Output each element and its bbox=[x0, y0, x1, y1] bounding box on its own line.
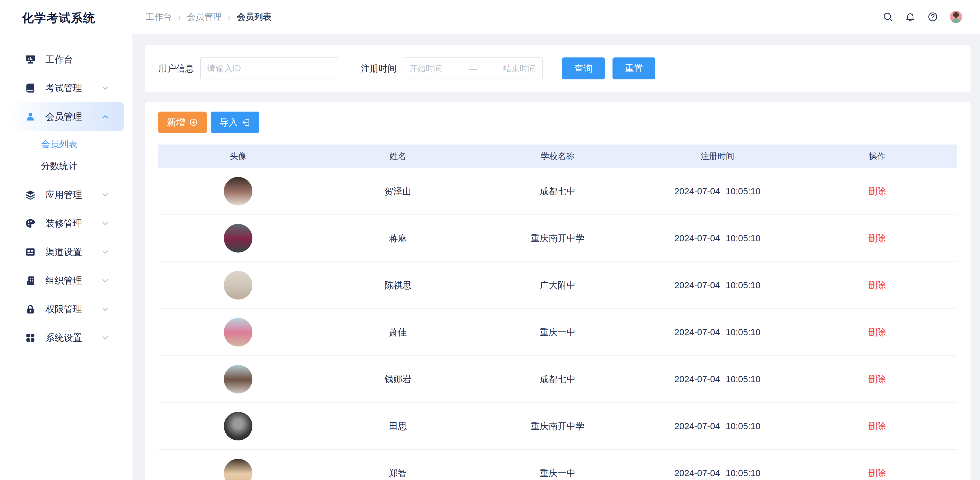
avatar-cell bbox=[158, 365, 318, 394]
building-icon bbox=[25, 275, 36, 286]
delete-link[interactable]: 删除 bbox=[868, 185, 886, 197]
table-row: 陈祺思广大附中2024-07-0410:05:10删除 bbox=[158, 262, 957, 309]
reset-button[interactable]: 重置 bbox=[612, 57, 655, 80]
register-date: 2024-07-04 bbox=[674, 233, 720, 243]
register-clock: 10:05:10 bbox=[725, 468, 760, 478]
end-time-input[interactable] bbox=[480, 64, 536, 73]
channel-icon bbox=[25, 247, 36, 257]
sidebar-item-label: 组织管理 bbox=[45, 274, 82, 287]
register-clock: 10:05:10 bbox=[725, 233, 760, 243]
chevron-down-icon bbox=[101, 248, 110, 256]
register-time-cell: 2024-07-0410:05:10 bbox=[638, 186, 797, 196]
sidebar-item-6[interactable]: 渠道设置 bbox=[0, 238, 132, 266]
add-button[interactable]: 新增 bbox=[158, 112, 207, 133]
register-clock: 10:05:10 bbox=[725, 280, 760, 290]
chevron-up-icon bbox=[101, 112, 110, 121]
table-header-cell: 学校名称 bbox=[478, 151, 638, 162]
avatar-cell bbox=[158, 318, 318, 346]
import-button[interactable]: 导入 bbox=[211, 112, 259, 133]
member-avatar bbox=[224, 412, 252, 440]
chevron-down-icon bbox=[101, 219, 110, 228]
delete-link[interactable]: 删除 bbox=[868, 467, 886, 479]
bell-icon[interactable] bbox=[905, 11, 916, 22]
layers-icon bbox=[25, 190, 36, 200]
range-separator: — bbox=[465, 64, 480, 73]
actions-cell: 删除 bbox=[797, 279, 957, 291]
name-cell: 田思 bbox=[318, 420, 478, 432]
sidebar-item-4[interactable]: 应用管理 bbox=[0, 180, 132, 209]
delete-link[interactable]: 删除 bbox=[868, 279, 886, 291]
table-actions: 新增 导入 bbox=[158, 112, 957, 133]
sidebar-subitem-1[interactable]: 会员列表 bbox=[0, 133, 132, 155]
chevron-down-icon bbox=[101, 276, 110, 285]
sidebar-subitem-2[interactable]: 分数统计 bbox=[0, 155, 132, 177]
filter-card: 用户信息 注册时间 — 查询 重置 bbox=[145, 45, 970, 92]
start-time-input[interactable] bbox=[409, 64, 465, 73]
member-table-card: 新增 导入 头像姓名学校名称注册时间操作 贺泽山成都七中2024-07-0410… bbox=[145, 102, 970, 480]
query-button[interactable]: 查询 bbox=[562, 57, 605, 80]
chevron-down-icon bbox=[101, 190, 110, 199]
topbar-actions bbox=[883, 11, 962, 23]
school-cell: 重庆南开中学 bbox=[478, 420, 638, 432]
sidebar-item-label: 考试管理 bbox=[45, 82, 82, 94]
user-avatar[interactable] bbox=[950, 11, 962, 23]
register-clock: 10:05:10 bbox=[725, 421, 760, 431]
user-icon bbox=[25, 111, 36, 122]
sidebar-item-label: 工作台 bbox=[45, 53, 73, 66]
grid-icon bbox=[25, 332, 36, 343]
table-header-cell: 姓名 bbox=[318, 151, 478, 162]
table-row: 贺泽山成都七中2024-07-0410:05:10删除 bbox=[158, 168, 957, 215]
breadcrumb-item-1[interactable]: 工作台 bbox=[146, 11, 172, 23]
delete-link[interactable]: 删除 bbox=[868, 420, 886, 432]
register-time-cell: 2024-07-0410:05:10 bbox=[638, 421, 797, 431]
avatar-cell bbox=[158, 412, 318, 440]
sidebar-item-7[interactable]: 组织管理 bbox=[0, 266, 132, 295]
sidebar-item-label: 渠道设置 bbox=[45, 246, 82, 258]
sidebar-item-9[interactable]: 系统设置 bbox=[0, 324, 132, 352]
name-cell: 钱娜岩 bbox=[318, 373, 478, 385]
chevron-down-icon bbox=[101, 305, 110, 314]
table-row: 萧佳重庆一中2024-07-0410:05:10删除 bbox=[158, 309, 957, 356]
member-avatar bbox=[224, 365, 252, 394]
sidebar-item-label: 应用管理 bbox=[45, 189, 82, 201]
sidebar-item-3[interactable]: 会员管理 bbox=[10, 102, 124, 131]
chevron-down-icon bbox=[101, 333, 110, 342]
help-icon[interactable] bbox=[928, 11, 938, 22]
delete-link[interactable]: 删除 bbox=[868, 373, 886, 385]
search-icon[interactable] bbox=[883, 11, 893, 22]
sidebar-item-1[interactable]: 工作台 bbox=[0, 45, 132, 74]
school-cell: 重庆南开中学 bbox=[478, 232, 638, 244]
content: 用户信息 注册时间 — 查询 重置 新增 导入 bbox=[132, 34, 980, 480]
actions-cell: 删除 bbox=[797, 373, 957, 385]
delete-link[interactable]: 删除 bbox=[868, 326, 886, 338]
breadcrumb-separator-icon: › bbox=[178, 11, 181, 23]
table-header-cell: 操作 bbox=[797, 151, 957, 162]
register-date: 2024-07-04 bbox=[674, 280, 720, 290]
table-header-cell: 头像 bbox=[158, 151, 318, 162]
school-cell: 成都七中 bbox=[478, 185, 638, 197]
member-avatar bbox=[224, 318, 252, 346]
delete-link[interactable]: 删除 bbox=[868, 232, 886, 244]
sidebar-menu: 工作台考试管理会员管理会员列表分数统计应用管理装修管理渠道设置组织管理权限管理系… bbox=[0, 45, 132, 352]
register-date: 2024-07-04 bbox=[674, 468, 720, 478]
breadcrumb-item-2[interactable]: 会员管理 bbox=[187, 11, 221, 23]
date-range-input[interactable]: — bbox=[403, 57, 542, 80]
register-time-cell: 2024-07-0410:05:10 bbox=[638, 327, 797, 337]
register-date: 2024-07-04 bbox=[674, 421, 720, 431]
avatar-cell bbox=[158, 177, 318, 206]
table-body: 贺泽山成都七中2024-07-0410:05:10删除蒋麻重庆南开中学2024-… bbox=[158, 168, 957, 480]
member-avatar bbox=[224, 271, 252, 300]
register-clock: 10:05:10 bbox=[725, 327, 760, 337]
register-date: 2024-07-04 bbox=[674, 374, 720, 384]
breadcrumb-item-3: 会员列表 bbox=[237, 11, 272, 23]
actions-cell: 删除 bbox=[797, 420, 957, 432]
user-id-input[interactable] bbox=[200, 57, 339, 80]
sidebar-item-2[interactable]: 考试管理 bbox=[0, 74, 132, 102]
name-cell: 蒋麻 bbox=[318, 232, 478, 244]
sidebar-submenu: 会员列表分数统计 bbox=[0, 131, 132, 180]
member-table: 头像姓名学校名称注册时间操作 贺泽山成都七中2024-07-0410:05:10… bbox=[158, 145, 957, 480]
sidebar-item-5[interactable]: 装修管理 bbox=[0, 209, 132, 238]
sidebar-item-label: 权限管理 bbox=[45, 303, 82, 316]
sidebar-item-8[interactable]: 权限管理 bbox=[0, 295, 132, 324]
book-icon bbox=[25, 83, 36, 93]
